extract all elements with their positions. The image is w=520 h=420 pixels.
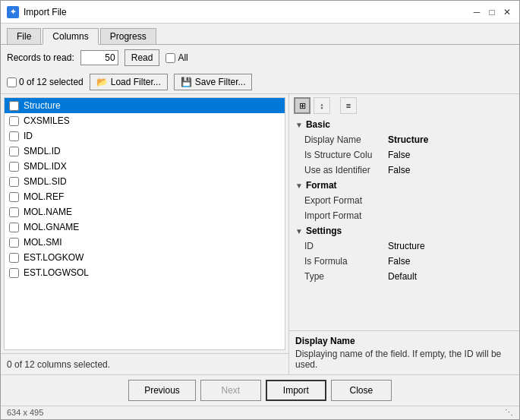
column-checkbox-smdl_idx[interactable] [9, 162, 19, 172]
column-item-smdl_idx[interactable]: SMDL.IDX [5, 159, 285, 174]
column-checkbox-smdl_sid[interactable] [9, 177, 19, 187]
column-item-id[interactable]: ID [5, 128, 285, 144]
read-button[interactable]: Read [124, 49, 160, 66]
right-panel: ⊞ ↕ ≡ ▼BasicDisplay NameStructureIs Stru… [289, 94, 519, 374]
section-header-format[interactable]: ▼Format [292, 178, 516, 193]
load-filter-button[interactable]: 📂 Load Filter... [90, 74, 168, 90]
tab-file[interactable]: File [7, 28, 41, 44]
column-item-cxsmiles[interactable]: CXSMILES [5, 113, 285, 128]
filter-icon-button[interactable]: ≡ [340, 97, 357, 114]
prop-value: Structure [388, 241, 425, 251]
title-bar: ✦ Import File ─ □ ✕ [1, 1, 519, 24]
prop-value: False [388, 150, 410, 160]
tab-bar: File Columns Progress [1, 24, 519, 45]
column-item-smdl_id[interactable]: SMDL.ID [5, 144, 285, 159]
column-label-mol_ref: MOL.REF [24, 191, 64, 202]
description-text: Displaying name of the field. If empty, … [295, 349, 513, 370]
section-header-settings[interactable]: ▼Settings [292, 223, 516, 238]
column-checkbox-cxsmiles[interactable] [9, 116, 19, 126]
description-title: Display Name [295, 336, 513, 346]
prop-row: Is Structure ColuFalse [292, 147, 516, 163]
prop-row: Export Format [292, 193, 516, 208]
minimize-button[interactable]: ─ [471, 6, 483, 18]
column-label-est_logwsol: EST.LOGWSOL [24, 267, 89, 278]
prop-name: ID [304, 241, 388, 251]
properties-panel: ▼BasicDisplay NameStructureIs Structure … [289, 117, 519, 330]
import-button[interactable]: Import [266, 380, 326, 401]
section-name: Settings [306, 226, 342, 236]
column-checkbox-mol_smi[interactable] [9, 238, 19, 248]
records-label: Records to read: [7, 52, 74, 63]
tab-columns[interactable]: Columns [43, 28, 98, 45]
grid-icon-button[interactable]: ⊞ [294, 97, 310, 114]
column-status-text: 0 of 12 columns selected. [7, 359, 110, 370]
column-item-structure[interactable]: Structure [5, 98, 285, 113]
prop-name: Type [304, 271, 388, 282]
column-item-est_logkow[interactable]: EST.LOGKOW [5, 250, 285, 265]
column-checkbox-mol_ref[interactable] [9, 192, 19, 202]
section-name: Format [306, 180, 337, 191]
column-checkbox-id[interactable] [9, 131, 19, 141]
records-input[interactable] [80, 50, 118, 65]
save-filter-label: Save Filter... [195, 77, 246, 87]
close-button[interactable]: Close [331, 380, 392, 401]
column-label-smdl_id: SMDL.ID [24, 146, 61, 156]
prop-name: Import Format [304, 210, 388, 221]
window-title: Import File [24, 7, 67, 17]
bottom-bar: Previous Next Import Close [1, 374, 519, 406]
column-label-mol_gname: MOL.GNAME [24, 222, 79, 232]
section-name: Basic [306, 119, 330, 130]
column-checkbox-structure[interactable] [9, 101, 19, 111]
right-toolbar: ⊞ ↕ ≡ [289, 94, 519, 117]
prop-row: Use as IdentifierFalse [292, 163, 516, 178]
prop-row: IDStructure [292, 238, 516, 254]
prop-row: Import Format [292, 208, 516, 223]
chevron-down-icon: ▼ [295, 121, 303, 129]
column-item-mol_smi[interactable]: MOL.SMI [5, 235, 285, 250]
close-window-button[interactable]: ✕ [501, 6, 513, 18]
prop-name: Is Structure Colu [304, 150, 388, 160]
column-checkbox-est_logkow[interactable] [9, 253, 19, 263]
resize-handle[interactable]: ⋱ [505, 408, 513, 418]
column-checkbox-mol_name[interactable] [9, 207, 19, 217]
column-label-smdl_sid: SMDL.SID [24, 176, 67, 187]
load-filter-icon: 📂 [96, 77, 108, 87]
column-item-mol_ref[interactable]: MOL.REF [5, 189, 285, 204]
prop-value: Default [388, 271, 417, 282]
selected-count: 0 of 12 selected [19, 77, 84, 87]
column-label-structure: Structure [24, 100, 61, 111]
load-filter-label: Load Filter... [111, 77, 161, 87]
prop-name: Use as Identifier [304, 165, 388, 175]
status-footer: 634 x 495 ⋱ [1, 406, 519, 419]
column-label-mol_name: MOL.NAME [24, 207, 72, 217]
column-checkbox-mol_gname[interactable] [9, 223, 19, 232]
column-item-smdl_sid[interactable]: SMDL.SID [5, 174, 285, 189]
column-checkbox-smdl_id[interactable] [9, 147, 19, 156]
column-item-est_logwsol[interactable]: EST.LOGWSOL [5, 265, 285, 280]
column-item-mol_gname[interactable]: MOL.GNAME [5, 219, 285, 235]
column-checkbox-est_logwsol[interactable] [9, 268, 19, 278]
maximize-button[interactable]: □ [486, 6, 498, 18]
prop-name: Export Format [304, 195, 388, 206]
sort-icon-button[interactable]: ↕ [314, 97, 330, 114]
save-filter-icon: 💾 [181, 77, 192, 87]
prop-name: Display Name [304, 134, 388, 145]
previous-button[interactable]: Previous [128, 380, 196, 401]
prop-name: Is Formula [304, 256, 388, 267]
chevron-down-icon: ▼ [295, 182, 303, 190]
column-list[interactable]: StructureCXSMILESIDSMDL.IDSMDL.IDXSMDL.S… [4, 97, 285, 350]
selected-checkbox-label: 0 of 12 selected [7, 77, 84, 87]
main-window: ✦ Import File ─ □ ✕ File Columns Progres… [0, 0, 520, 420]
section-header-basic[interactable]: ▼Basic [292, 117, 516, 132]
tab-progress[interactable]: Progress [100, 28, 156, 44]
title-controls: ─ □ ✕ [471, 6, 513, 18]
all-checkbox-label: All [165, 52, 188, 63]
prop-row: Is FormulaFalse [292, 254, 516, 269]
description-box: Display Name Displaying name of the fiel… [289, 330, 519, 374]
next-button[interactable]: Next [200, 380, 261, 401]
selected-checkbox[interactable] [7, 77, 17, 87]
column-label-cxsmiles: CXSMILES [24, 115, 70, 126]
save-filter-button[interactable]: 💾 Save Filter... [174, 74, 253, 90]
all-checkbox[interactable] [165, 53, 175, 63]
column-item-mol_name[interactable]: MOL.NAME [5, 204, 285, 219]
